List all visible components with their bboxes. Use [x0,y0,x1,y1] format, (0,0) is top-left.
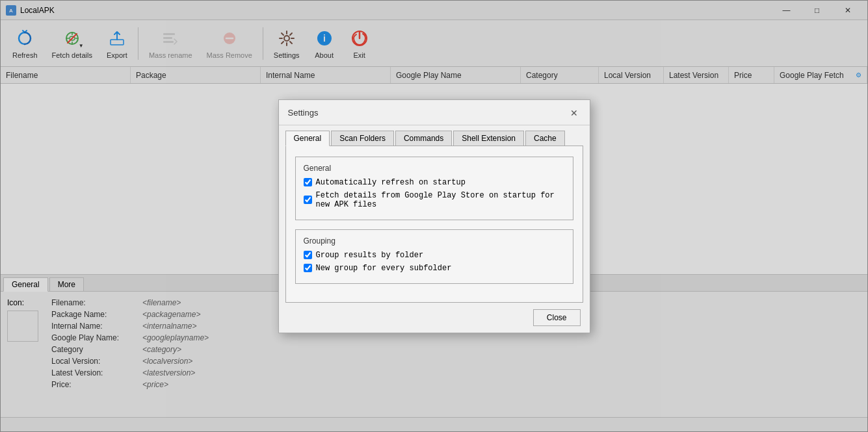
new-group-subfolder-checkbox[interactable] [304,264,312,272]
auto-refresh-checkbox[interactable] [304,178,312,186]
grouping-section: Grouping Group results by folder New gro… [295,229,573,284]
dialog-tabs: General Scan Folders Commands Shell Exte… [279,125,590,146]
dialog-footer: Close [279,303,590,333]
group-folder-checkbox[interactable] [304,251,312,259]
grouping-section-box: Grouping Group results by folder New gro… [295,229,573,284]
new-group-subfolder-label[interactable]: New group for every subfolder [316,264,452,273]
dialog-tab-commands[interactable]: Commands [395,131,452,146]
checkbox-row-fetch-startup: Fetch details from Google Play Store on … [304,191,565,209]
dialog-body: General Automatically refresh on startup… [285,146,583,303]
settings-dialog-overlay: Settings ✕ General Scan Folders Commands… [0,0,868,432]
general-section: General Automatically refresh on startup… [295,157,573,220]
dialog-close-button[interactable]: Close [533,309,581,326]
auto-refresh-label[interactable]: Automatically refresh on startup [316,178,466,187]
checkbox-row-auto-refresh: Automatically refresh on startup [304,178,565,187]
checkbox-row-new-group-subfolder: New group for every subfolder [304,264,565,273]
settings-dialog: Settings ✕ General Scan Folders Commands… [278,99,590,333]
general-section-title: General [304,164,565,173]
dialog-tab-general[interactable]: General [285,131,330,146]
fetch-startup-checkbox[interactable] [304,196,312,204]
dialog-tab-cache[interactable]: Cache [525,131,565,146]
dialog-close-x-button[interactable]: ✕ [568,107,581,120]
grouping-section-title: Grouping [304,236,565,246]
general-section-box: General Automatically refresh on startup… [295,157,573,220]
dialog-title: Settings [288,108,319,118]
group-folder-label[interactable]: Group results by folder [316,251,424,260]
dialog-title-bar: Settings ✕ [279,100,590,125]
dialog-tab-shell-extension[interactable]: Shell Extension [453,131,524,146]
dialog-tab-scan-folders[interactable]: Scan Folders [331,131,394,146]
checkbox-row-group-folder: Group results by folder [304,251,565,260]
fetch-startup-label[interactable]: Fetch details from Google Play Store on … [316,191,565,209]
